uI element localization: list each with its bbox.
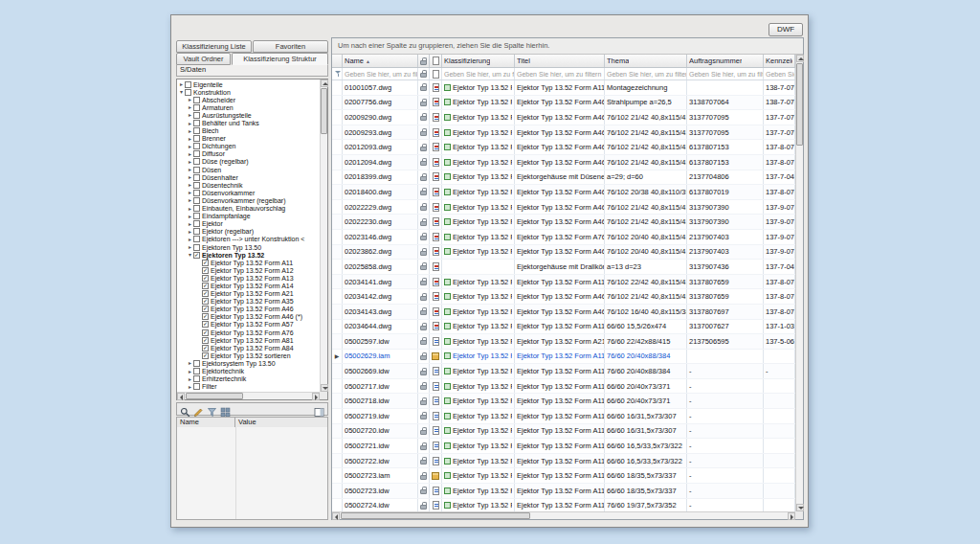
tree-item[interactable]: ▸Ausrüstungsteile — [177, 111, 320, 119]
tree-item[interactable]: ▸Abscheider — [177, 96, 320, 103]
checkbox[interactable] — [193, 112, 200, 119]
checkbox[interactable]: ✓ — [202, 337, 209, 344]
checkbox[interactable] — [193, 135, 200, 142]
expand-icon[interactable]: ▸ — [187, 236, 193, 243]
edit-icon[interactable] — [193, 404, 204, 415]
expand-icon[interactable]: ▸ — [187, 383, 193, 391]
expand-icon[interactable]: ▸ — [187, 368, 193, 375]
tree-item[interactable]: ▸Ejektor — [177, 220, 320, 228]
collapse-icon[interactable]: ▾ — [178, 88, 185, 96]
column-header-filetype[interactable] — [430, 55, 442, 67]
filter-cell-kennzeichen[interactable]: Geben Sie hier, um zu filtern — [764, 68, 795, 79]
table-row[interactable]: 02023862.dwgEjektor Typ 13.52 Form A46 (… — [332, 245, 795, 261]
table-row[interactable]: 02025858.dwgEjektorgehäuse mit Drallkörp… — [332, 260, 795, 275]
expand-icon[interactable]: ▸ — [187, 196, 193, 204]
tree-vscroll-thumb[interactable] — [321, 88, 327, 134]
expand-icon[interactable]: ▸ — [187, 158, 193, 166]
checkbox[interactable] — [193, 197, 200, 204]
table-row[interactable]: 02034644.dwgEjektor Typ 13.52 Form A46 (… — [332, 320, 795, 335]
expand-icon[interactable]: ▸ — [187, 213, 193, 220]
checkbox[interactable] — [193, 228, 200, 235]
checkbox[interactable]: ✓ — [202, 275, 209, 282]
table-row[interactable]: 01001057.dwgEjektor Typ 13.52 Form A11Ej… — [332, 80, 795, 96]
filter-cell-klassifizierung[interactable]: Geben Sie hier, um zu filtern — [442, 68, 515, 79]
filter-cell-titel[interactable]: Geben Sie hier, um zu filtern — [515, 68, 605, 79]
tree-item[interactable]: ▸Düse (regelbar) — [177, 158, 320, 166]
tree-item[interactable]: ▸Blech — [177, 127, 320, 135]
table-row[interactable]: 02018399.dwgEjektor Typ 13.52 Form A76 (… — [332, 170, 795, 186]
table-row[interactable]: ▶05002629.iamEjektor Typ 13.52 Form A11E… — [332, 350, 795, 365]
checkbox[interactable] — [193, 190, 200, 196]
pin-panel-icon[interactable] — [314, 404, 324, 415]
table-row[interactable]: 02034142.dwgEjektor Typ 13.52 Form A46 (… — [332, 289, 795, 305]
checkbox[interactable]: ✓ — [202, 283, 209, 289]
table-row[interactable]: 02023146.dwgEjektor Typ 13.52 Form A76 (… — [332, 230, 795, 245]
checkbox[interactable] — [193, 375, 200, 382]
tab-klassifizierung-struktur[interactable]: Klassifizierung Struktur — [232, 53, 328, 65]
expand-icon[interactable]: ▸ — [187, 243, 193, 251]
table-row[interactable]: 05002719.idwEjektor Typ 13.52 Form A11Ej… — [332, 409, 795, 424]
table-row[interactable]: 02022229.dwgEjektor Typ 13.52 Form A46 (… — [332, 200, 795, 215]
expand-icon[interactable]: ▸ — [187, 135, 193, 143]
checkbox[interactable] — [193, 150, 200, 157]
expand-icon[interactable]: ▸ — [187, 189, 193, 196]
grid-scroll-up-button[interactable] — [796, 55, 804, 62]
filter-cell-auftragsnummer[interactable]: Geben Sie hier, um zu filtern — [687, 68, 764, 79]
tree-item[interactable]: ✓Ejektor Typ 13.52 Form A11 — [177, 259, 320, 266]
checkbox[interactable] — [185, 81, 191, 88]
tree-item[interactable]: ▸Düsenvorkammer — [177, 189, 320, 196]
checkbox[interactable]: ✓ — [202, 321, 209, 328]
checkbox[interactable] — [193, 127, 200, 134]
table-row[interactable]: 02007756.dwgEjektor Typ 13.52 Form A46 (… — [332, 96, 795, 111]
column-header-indicator[interactable] — [332, 55, 343, 67]
grid-scroll-left-button[interactable] — [332, 512, 340, 520]
expand-icon[interactable]: ▸ — [187, 228, 193, 236]
checkbox[interactable] — [193, 205, 200, 212]
tree-item[interactable]: ▸Düsenvorkammer (regelbar) — [177, 196, 320, 204]
tree-scroll-left-button[interactable] — [177, 393, 185, 400]
tree-item[interactable]: ✓Ejektor Typ 13.52 Form A35 — [177, 298, 320, 306]
checkbox[interactable] — [193, 220, 200, 227]
checkbox[interactable] — [193, 143, 200, 149]
checkbox[interactable] — [193, 368, 200, 374]
tree-item[interactable]: ✓Ejektor Typ 13.52 Form A84 — [177, 344, 320, 351]
tree-item[interactable]: ▸Diffusor — [177, 150, 320, 158]
expand-icon[interactable]: ▸ — [187, 181, 193, 189]
search-icon[interactable] — [180, 404, 190, 415]
table-row[interactable]: 02018400.dwgEjektor Typ 13.52 Form A46 (… — [332, 185, 795, 200]
tree-item[interactable]: ✓Ejektor Typ 13.52 Form A13 — [177, 274, 320, 282]
tree-item[interactable]: ▸Einbauten, Einbauvorschlag — [177, 205, 320, 213]
checkbox[interactable]: ✓ — [202, 345, 209, 351]
checkbox[interactable]: ✓ — [202, 329, 209, 336]
column-header-auftragsnummer[interactable]: Auftragsnummer — [687, 55, 764, 67]
table-row[interactable]: 02012093.dwgEjektor Typ 13.52 Form A46 (… — [332, 140, 795, 155]
expand-icon[interactable]: ▸ — [187, 96, 193, 103]
checkbox[interactable] — [193, 158, 200, 165]
filter-icon[interactable] — [207, 404, 217, 415]
tree-item[interactable]: ▸Düsen — [177, 166, 320, 173]
checkbox[interactable]: ✓ — [202, 267, 209, 274]
group-by-hint[interactable]: Um nach einer Spalte zu gruppieren, zieh… — [332, 38, 803, 55]
table-row[interactable]: 02009290.dwgEjektor Typ 13.52 Form A46 (… — [332, 110, 795, 125]
tree-item[interactable]: ▸Ejektoren ---> unter Konstruktion < — [177, 236, 320, 243]
tree-item[interactable]: ✓Ejektor Typ 13.52 sortieren — [177, 351, 320, 359]
tree-item[interactable]: ✓Ejektor Typ 13.52 Form A12 — [177, 266, 320, 274]
tree-item[interactable]: ✓Ejektor Typ 13.52 Form A14 — [177, 282, 320, 289]
expand-icon[interactable]: ▸ — [187, 205, 193, 213]
column-header-name[interactable]: Name▲ — [343, 55, 418, 67]
table-row[interactable]: 05002597.idwEjektor Typ 13.52 Form A21Ej… — [332, 334, 795, 350]
tree-scroll-up-button[interactable] — [321, 79, 328, 87]
grid-scroll-right-button[interactable] — [788, 512, 795, 520]
tree-item[interactable]: ✓Ejektor Typ 13.52 Form A57 — [177, 321, 320, 329]
tree-item[interactable]: ▾Konstruktion — [177, 88, 320, 96]
column-header-thema[interactable]: Thema — [605, 55, 687, 67]
expand-icon[interactable]: ▸ — [187, 127, 193, 135]
expand-icon[interactable]: ▸ — [187, 166, 193, 173]
grid-vscroll-thumb[interactable] — [796, 63, 803, 146]
tab-favoriten[interactable]: Favoriten — [253, 40, 328, 53]
expand-icon[interactable]: ▸ — [187, 375, 193, 383]
expand-icon[interactable]: ▸ — [187, 120, 193, 127]
checkbox[interactable]: ✓ — [202, 352, 209, 359]
tree-item[interactable]: ▸Ejektortechnik — [177, 367, 320, 374]
tree-scroll-right-button[interactable] — [312, 393, 320, 400]
